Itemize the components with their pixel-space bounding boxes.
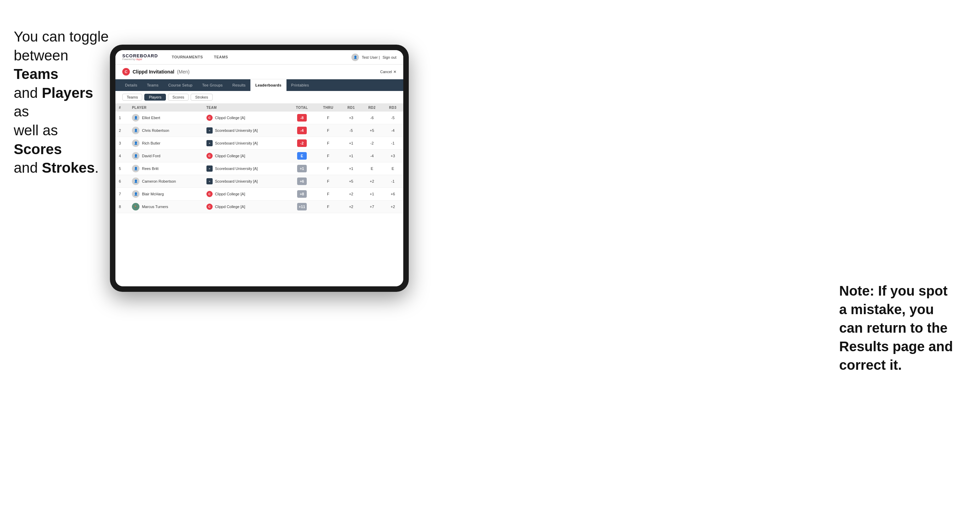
cell-rd2: +1: [362, 188, 383, 200]
nav-teams[interactable]: TEAMS: [208, 50, 234, 65]
player-name: David Ford: [142, 154, 161, 158]
cell-thru: F: [316, 124, 341, 137]
cell-player: 👤Rees Britt: [129, 162, 203, 175]
cell-thru: F: [316, 162, 341, 175]
cell-rank: 4: [115, 150, 129, 162]
cell-team: CClippd College [A]: [203, 111, 288, 124]
cell-rank: 5: [115, 162, 129, 175]
cell-rd2: -4: [362, 150, 383, 162]
cell-rank: 2: [115, 124, 129, 137]
table-row: 2👤Chris Robertson≡Scoreboard University …: [115, 124, 403, 137]
player-avatar: 🏌️: [132, 203, 140, 210]
cell-rank: 3: [115, 137, 129, 150]
cell-team: ≡Scoreboard University [A]: [203, 162, 288, 175]
cell-team: CClippd College [A]: [203, 200, 288, 213]
device-screen: SCOREBOARD Powered by clippd TOURNAMENTS…: [115, 50, 403, 286]
sub-nav-leaderboards[interactable]: Leaderboards: [250, 79, 286, 91]
cell-team: ≡Scoreboard University [A]: [203, 137, 288, 150]
cell-rd1: +2: [341, 200, 362, 213]
cell-team: CClippd College [A]: [203, 188, 288, 200]
toggle-scores-button[interactable]: Scores: [168, 94, 189, 101]
cell-rank: 1: [115, 111, 129, 124]
team-name: Clippd College [A]: [215, 192, 245, 196]
player-name: Rees Britt: [142, 167, 158, 171]
toggle-bar: Teams Players Scores Strokes: [115, 91, 403, 104]
header-right: 👤 Test User | Sign out: [352, 54, 396, 61]
sub-nav: Details Teams Course Setup Tee Groups Re…: [115, 79, 403, 91]
col-rank: #: [115, 104, 129, 111]
cell-rd3: +3: [382, 150, 403, 162]
tournament-gender: (Men): [177, 69, 189, 75]
cell-team: ≡Scoreboard University [A]: [203, 124, 288, 137]
cell-rd2: -2: [362, 137, 383, 150]
cell-player: 👤David Ford: [129, 150, 203, 162]
player-avatar: 👤: [132, 114, 140, 122]
cancel-button[interactable]: Cancel ✕: [380, 70, 396, 74]
team-name: Clippd College [A]: [215, 116, 245, 120]
tournament-logo: C: [122, 68, 130, 76]
col-thru: THRU: [316, 104, 341, 111]
sub-nav-tee-groups[interactable]: Tee Groups: [197, 79, 228, 91]
cell-rank: 6: [115, 175, 129, 188]
logo-title: SCOREBOARD: [122, 54, 158, 58]
main-nav: TOURNAMENTS TEAMS: [166, 50, 352, 65]
app-header: SCOREBOARD Powered by clippd TOURNAMENTS…: [115, 50, 403, 65]
cell-team: ≡Scoreboard University [A]: [203, 175, 288, 188]
cell-rd1: +3: [341, 111, 362, 124]
cell-rd1: -5: [341, 124, 362, 137]
cell-player: 👤Chris Robertson: [129, 124, 203, 137]
toggle-strokes-button[interactable]: Strokes: [191, 94, 212, 101]
cell-rd1: +1: [341, 150, 362, 162]
cell-team: CClippd College [A]: [203, 150, 288, 162]
cell-rd2: +5: [362, 124, 383, 137]
players-table: # PLAYER TEAM TOTAL THRU RD1 RD2 RD3 1👤E…: [115, 104, 403, 213]
team-name: Clippd College [A]: [215, 205, 245, 209]
leaderboard-table: # PLAYER TEAM TOTAL THRU RD1 RD2 RD3 1👤E…: [115, 104, 403, 286]
cell-total: -4: [288, 124, 316, 137]
table-row: 7👤Blair McHargCClippd College [A]+8F+2+1…: [115, 188, 403, 200]
team-logo: ≡: [207, 127, 213, 133]
cell-rank: 7: [115, 188, 129, 200]
table-row: 1👤Elliot EbertCClippd College [A]-8F+3-6…: [115, 111, 403, 124]
cell-total: +11: [288, 200, 316, 213]
sub-nav-printables[interactable]: Printables: [286, 79, 314, 91]
cell-rd3: -1: [382, 137, 403, 150]
player-name: Elliot Ebert: [142, 116, 160, 120]
col-team: TEAM: [203, 104, 288, 111]
cell-rd1: +1: [341, 162, 362, 175]
team-logo: C: [207, 203, 213, 210]
cell-total: E: [288, 150, 316, 162]
nav-tournaments[interactable]: TOURNAMENTS: [166, 50, 208, 65]
player-avatar: 👤: [132, 127, 140, 134]
col-rd1: RD1: [341, 104, 362, 111]
team-name: Scoreboard University [A]: [215, 179, 258, 183]
sub-nav-results[interactable]: Results: [228, 79, 250, 91]
team-name: Scoreboard University [A]: [215, 141, 258, 145]
cell-thru: F: [316, 200, 341, 213]
team-name: Scoreboard University [A]: [215, 129, 258, 133]
user-avatar: 👤: [352, 54, 359, 61]
sub-nav-course-setup[interactable]: Course Setup: [164, 79, 197, 91]
toggle-players-button[interactable]: Players: [144, 94, 166, 101]
cell-rd3: +2: [382, 200, 403, 213]
cell-total: -2: [288, 137, 316, 150]
sub-nav-teams[interactable]: Teams: [142, 79, 164, 91]
sign-out-link[interactable]: Sign out: [383, 55, 396, 59]
table-row: 5👤Rees Britt≡Scoreboard University [A]+1…: [115, 162, 403, 175]
cell-rd3: -4: [382, 124, 403, 137]
toggle-teams-button[interactable]: Teams: [122, 94, 142, 101]
cell-thru: F: [316, 137, 341, 150]
col-rd2: RD2: [362, 104, 383, 111]
team-name: Clippd College [A]: [215, 154, 245, 158]
cell-rd2: E: [362, 162, 383, 175]
tournament-title: Clippd Invitational: [133, 69, 174, 75]
cell-player: 👤Elliot Ebert: [129, 111, 203, 124]
cell-rd1: +2: [341, 188, 362, 200]
user-name: Test User |: [362, 55, 380, 59]
col-rd3: RD3: [382, 104, 403, 111]
sub-nav-details[interactable]: Details: [120, 79, 142, 91]
player-name: Chris Robertson: [142, 129, 169, 133]
player-avatar: 👤: [132, 190, 140, 198]
col-total: TOTAL: [288, 104, 316, 111]
cell-player: 👤Blair McHarg: [129, 188, 203, 200]
